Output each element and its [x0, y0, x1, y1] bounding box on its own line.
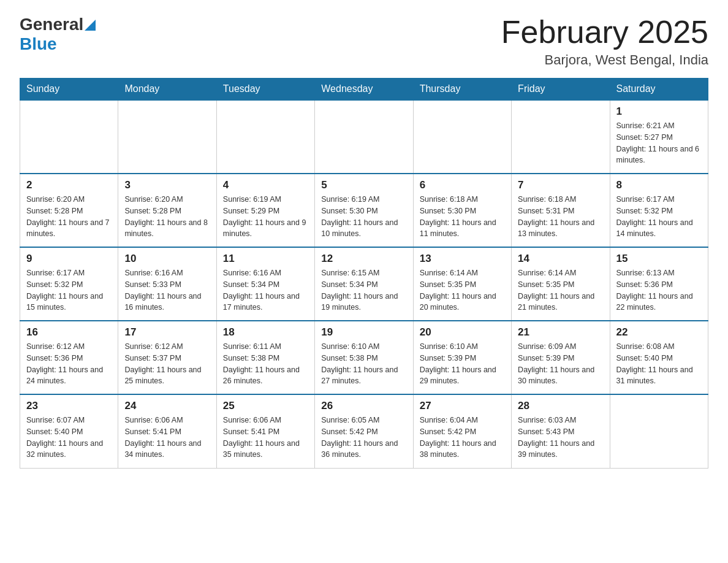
svg-marker-0	[85, 20, 96, 31]
day-number: 8	[616, 179, 702, 191]
logo-blue-text: Blue	[20, 34, 57, 53]
day-number: 17	[124, 326, 210, 339]
table-row: 22Sunrise: 6:08 AM Sunset: 5:40 PM Dayli…	[610, 321, 708, 394]
day-info: Sunrise: 6:10 AM Sunset: 5:39 PM Dayligh…	[420, 341, 505, 387]
day-info: Sunrise: 6:20 AM Sunset: 5:28 PM Dayligh…	[26, 194, 112, 240]
table-row: 10Sunrise: 6:16 AM Sunset: 5:33 PM Dayli…	[118, 247, 216, 321]
table-row	[413, 100, 511, 174]
day-number: 7	[518, 179, 603, 191]
col-thursday: Thursday	[413, 79, 511, 101]
table-row	[512, 100, 610, 174]
day-info: Sunrise: 6:05 AM Sunset: 5:42 PM Dayligh…	[321, 415, 406, 461]
day-info: Sunrise: 6:15 AM Sunset: 5:34 PM Dayligh…	[321, 267, 406, 313]
day-number: 1	[616, 105, 702, 118]
day-info: Sunrise: 6:06 AM Sunset: 5:41 PM Dayligh…	[223, 415, 308, 461]
table-row: 25Sunrise: 6:06 AM Sunset: 5:41 PM Dayli…	[216, 394, 314, 468]
day-info: Sunrise: 6:17 AM Sunset: 5:32 PM Dayligh…	[26, 267, 112, 313]
day-number: 16	[26, 326, 112, 339]
day-info: Sunrise: 6:19 AM Sunset: 5:30 PM Dayligh…	[321, 194, 406, 240]
col-tuesday: Tuesday	[216, 79, 314, 101]
day-info: Sunrise: 6:08 AM Sunset: 5:40 PM Dayligh…	[616, 341, 702, 387]
day-number: 4	[223, 179, 308, 191]
calendar-table: Sunday Monday Tuesday Wednesday Thursday…	[20, 78, 708, 469]
day-number: 11	[223, 253, 308, 265]
table-row: 18Sunrise: 6:11 AM Sunset: 5:38 PM Dayli…	[216, 321, 314, 394]
day-number: 21	[518, 326, 603, 339]
calendar-week-row: 9Sunrise: 6:17 AM Sunset: 5:32 PM Daylig…	[20, 247, 708, 321]
table-row: 28Sunrise: 6:03 AM Sunset: 5:43 PM Dayli…	[512, 394, 610, 468]
day-number: 27	[420, 400, 505, 412]
table-row: 19Sunrise: 6:10 AM Sunset: 5:38 PM Dayli…	[315, 321, 413, 394]
table-row: 15Sunrise: 6:13 AM Sunset: 5:36 PM Dayli…	[610, 247, 708, 321]
table-row: 5Sunrise: 6:19 AM Sunset: 5:30 PM Daylig…	[315, 174, 413, 247]
col-saturday: Saturday	[610, 79, 708, 101]
day-number: 23	[26, 400, 112, 412]
day-number: 6	[420, 179, 505, 191]
calendar-title: February 2025	[501, 15, 708, 50]
day-info: Sunrise: 6:06 AM Sunset: 5:41 PM Dayligh…	[124, 415, 210, 461]
table-row: 11Sunrise: 6:16 AM Sunset: 5:34 PM Dayli…	[216, 247, 314, 321]
day-info: Sunrise: 6:16 AM Sunset: 5:34 PM Dayligh…	[223, 267, 308, 313]
day-info: Sunrise: 6:14 AM Sunset: 5:35 PM Dayligh…	[518, 267, 603, 313]
day-number: 20	[420, 326, 505, 339]
col-sunday: Sunday	[20, 79, 118, 101]
table-row: 3Sunrise: 6:20 AM Sunset: 5:28 PM Daylig…	[118, 174, 216, 247]
calendar-week-row: 1Sunrise: 6:21 AM Sunset: 5:27 PM Daylig…	[20, 100, 708, 174]
day-number: 2	[26, 179, 112, 191]
col-wednesday: Wednesday	[315, 79, 413, 101]
day-number: 15	[616, 253, 702, 265]
table-row: 21Sunrise: 6:09 AM Sunset: 5:39 PM Dayli…	[512, 321, 610, 394]
day-info: Sunrise: 6:19 AM Sunset: 5:29 PM Dayligh…	[223, 194, 308, 240]
table-row: 20Sunrise: 6:10 AM Sunset: 5:39 PM Dayli…	[413, 321, 511, 394]
day-number: 24	[124, 400, 210, 412]
day-number: 13	[420, 253, 505, 265]
day-info: Sunrise: 6:21 AM Sunset: 5:27 PM Dayligh…	[616, 120, 702, 166]
day-info: Sunrise: 6:07 AM Sunset: 5:40 PM Dayligh…	[26, 415, 112, 461]
calendar-week-row: 16Sunrise: 6:12 AM Sunset: 5:36 PM Dayli…	[20, 321, 708, 394]
logo-triangle-icon	[85, 20, 96, 31]
day-info: Sunrise: 6:14 AM Sunset: 5:35 PM Dayligh…	[420, 267, 505, 313]
day-number: 9	[26, 253, 112, 265]
table-row: 4Sunrise: 6:19 AM Sunset: 5:29 PM Daylig…	[216, 174, 314, 247]
table-row	[610, 394, 708, 468]
day-info: Sunrise: 6:13 AM Sunset: 5:36 PM Dayligh…	[616, 267, 702, 313]
day-info: Sunrise: 6:09 AM Sunset: 5:39 PM Dayligh…	[518, 341, 603, 387]
day-info: Sunrise: 6:17 AM Sunset: 5:32 PM Dayligh…	[616, 194, 702, 240]
day-number: 14	[518, 253, 603, 265]
logo-general-text: General	[20, 15, 83, 34]
table-row	[216, 100, 314, 174]
day-number: 19	[321, 326, 406, 339]
col-friday: Friday	[512, 79, 610, 101]
col-monday: Monday	[118, 79, 216, 101]
table-row: 1Sunrise: 6:21 AM Sunset: 5:27 PM Daylig…	[610, 100, 708, 174]
table-row: 26Sunrise: 6:05 AM Sunset: 5:42 PM Dayli…	[315, 394, 413, 468]
day-info: Sunrise: 6:16 AM Sunset: 5:33 PM Dayligh…	[124, 267, 210, 313]
table-row: 12Sunrise: 6:15 AM Sunset: 5:34 PM Dayli…	[315, 247, 413, 321]
day-info: Sunrise: 6:18 AM Sunset: 5:31 PM Dayligh…	[518, 194, 603, 240]
calendar-week-row: 2Sunrise: 6:20 AM Sunset: 5:28 PM Daylig…	[20, 174, 708, 247]
day-number: 5	[321, 179, 406, 191]
day-info: Sunrise: 6:18 AM Sunset: 5:30 PM Dayligh…	[420, 194, 505, 240]
table-row: 2Sunrise: 6:20 AM Sunset: 5:28 PM Daylig…	[20, 174, 118, 247]
day-info: Sunrise: 6:11 AM Sunset: 5:38 PM Dayligh…	[223, 341, 308, 387]
day-number: 25	[223, 400, 308, 412]
calendar-header-row: Sunday Monday Tuesday Wednesday Thursday…	[20, 79, 708, 101]
calendar-week-row: 23Sunrise: 6:07 AM Sunset: 5:40 PM Dayli…	[20, 394, 708, 468]
table-row: 13Sunrise: 6:14 AM Sunset: 5:35 PM Dayli…	[413, 247, 511, 321]
table-row	[20, 100, 118, 174]
table-row: 6Sunrise: 6:18 AM Sunset: 5:30 PM Daylig…	[413, 174, 511, 247]
day-number: 28	[518, 400, 603, 412]
table-row: 8Sunrise: 6:17 AM Sunset: 5:32 PM Daylig…	[610, 174, 708, 247]
table-row	[315, 100, 413, 174]
day-number: 3	[124, 179, 210, 191]
table-row: 23Sunrise: 6:07 AM Sunset: 5:40 PM Dayli…	[20, 394, 118, 468]
day-number: 22	[616, 326, 702, 339]
day-number: 18	[223, 326, 308, 339]
logo: General Blue	[20, 15, 96, 54]
table-row: 7Sunrise: 6:18 AM Sunset: 5:31 PM Daylig…	[512, 174, 610, 247]
table-row	[118, 100, 216, 174]
day-info: Sunrise: 6:12 AM Sunset: 5:37 PM Dayligh…	[124, 341, 210, 387]
table-row: 16Sunrise: 6:12 AM Sunset: 5:36 PM Dayli…	[20, 321, 118, 394]
day-number: 10	[124, 253, 210, 265]
day-info: Sunrise: 6:03 AM Sunset: 5:43 PM Dayligh…	[518, 415, 603, 461]
